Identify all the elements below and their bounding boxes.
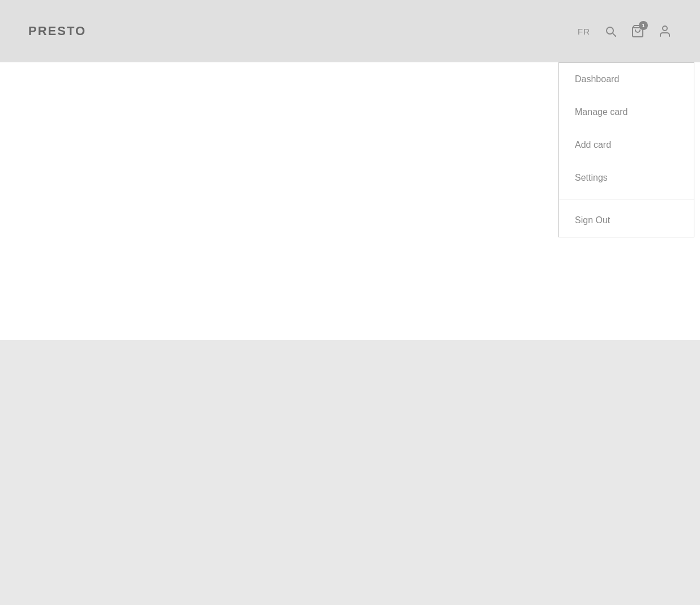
dropdown-item-add-card[interactable]: Add card xyxy=(559,129,694,161)
dropdown-item-settings[interactable]: Settings xyxy=(559,161,694,194)
language-button[interactable]: FR xyxy=(578,27,590,36)
bottom-section xyxy=(0,340,700,605)
header: PRESTO FR 1 xyxy=(0,0,700,62)
header-right: FR 1 xyxy=(578,24,672,38)
user-dropdown-menu: Dashboard Manage card Add card Settings … xyxy=(558,62,694,237)
user-icon xyxy=(658,24,672,38)
cart-badge: 1 xyxy=(639,21,648,30)
dropdown-item-dashboard[interactable]: Dashboard xyxy=(559,63,694,96)
cart-button[interactable]: 1 xyxy=(631,24,644,38)
search-button[interactable] xyxy=(604,24,617,38)
search-icon xyxy=(604,24,617,38)
dropdown-divider xyxy=(559,199,694,199)
main-content: Dashboard Manage card Add card Settings … xyxy=(0,62,700,340)
dropdown-item-manage-card[interactable]: Manage card xyxy=(559,96,694,129)
dropdown-item-sign-out[interactable]: Sign Out xyxy=(559,204,694,237)
account-button[interactable] xyxy=(658,24,672,38)
logo: PRESTO xyxy=(28,24,86,39)
